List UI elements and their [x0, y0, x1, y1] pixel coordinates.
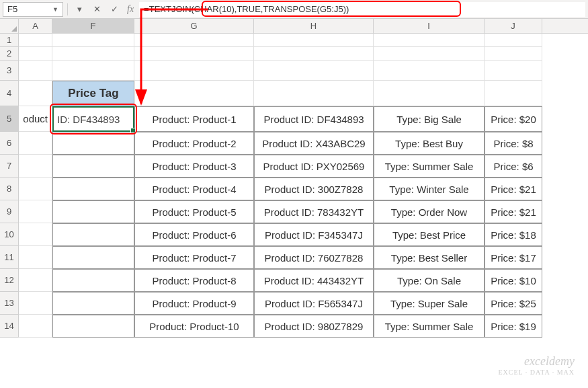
- fx-icon[interactable]: fx: [124, 4, 136, 15]
- col-header-f[interactable]: F: [52, 19, 134, 33]
- cell[interactable]: [485, 47, 542, 61]
- cell[interactable]: Product: Product-10: [134, 315, 254, 338]
- cell[interactable]: Price: $25: [485, 292, 542, 315]
- cell[interactable]: [485, 81, 542, 106]
- formula-input[interactable]: =TEXTJOIN(CHAR(10),TRUE,TRANSPOSE(G5:J5)…: [139, 2, 585, 17]
- row-header[interactable]: 2: [0, 47, 19, 61]
- cell[interactable]: Product ID: 443432YT: [254, 269, 374, 292]
- cell[interactable]: Type: Super Sale: [374, 292, 485, 315]
- row-header[interactable]: 4: [0, 81, 19, 106]
- cell[interactable]: [19, 178, 52, 200]
- cell[interactable]: [254, 34, 374, 47]
- cell[interactable]: Price: $17: [485, 246, 542, 269]
- cell[interactable]: [52, 269, 134, 292]
- cell[interactable]: [254, 61, 374, 81]
- cell[interactable]: [52, 34, 134, 47]
- col-header-h[interactable]: H: [254, 19, 374, 33]
- cell[interactable]: Price: $21: [485, 178, 542, 200]
- cell[interactable]: [134, 81, 254, 106]
- cell[interactable]: Product ID: X43ABC29: [254, 132, 374, 155]
- cell[interactable]: [19, 155, 52, 178]
- cell[interactable]: Product: Product-1: [134, 106, 254, 132]
- col-header-a[interactable]: A: [19, 19, 52, 33]
- cell[interactable]: Product: Product-8: [134, 269, 254, 292]
- row-header[interactable]: 14: [0, 315, 19, 338]
- chevron-down-icon[interactable]: ▼: [52, 6, 58, 13]
- cell[interactable]: [52, 315, 134, 338]
- col-header-g[interactable]: G: [134, 19, 254, 33]
- cell[interactable]: Type: Best Buy: [374, 132, 485, 155]
- cell[interactable]: Type: Summer Sale: [374, 155, 485, 178]
- cell[interactable]: Product ID: F345347J: [254, 223, 374, 246]
- cell[interactable]: [52, 155, 134, 178]
- cell[interactable]: Product ID: DF434893: [254, 106, 374, 132]
- cell[interactable]: Price: $19: [485, 315, 542, 338]
- cell[interactable]: [485, 34, 542, 47]
- cell[interactable]: Product: Product-4: [134, 178, 254, 200]
- select-all-corner[interactable]: [0, 19, 19, 33]
- cell[interactable]: [52, 178, 134, 200]
- cell-overflow[interactable]: oduct: [19, 106, 52, 132]
- cell[interactable]: [52, 223, 134, 246]
- cell[interactable]: Price: $18: [485, 223, 542, 246]
- row-header[interactable]: 3: [0, 61, 19, 81]
- down-icon[interactable]: ▾: [72, 2, 87, 17]
- cell[interactable]: [374, 47, 485, 61]
- header-price-tag[interactable]: Price Tag: [52, 81, 134, 106]
- cell[interactable]: [374, 34, 485, 47]
- enter-icon[interactable]: ✓: [107, 2, 122, 17]
- cell[interactable]: Type: Best Seller: [374, 246, 485, 269]
- cell[interactable]: Type: Big Sale: [374, 106, 485, 132]
- cell[interactable]: [19, 132, 52, 155]
- cell[interactable]: Product ID: F565347J: [254, 292, 374, 315]
- cell[interactable]: Price: $8: [485, 132, 542, 155]
- cell[interactable]: [19, 61, 52, 81]
- cell[interactable]: [254, 47, 374, 61]
- cell[interactable]: [52, 132, 134, 155]
- cell[interactable]: Product: Product-5: [134, 200, 254, 223]
- row-header[interactable]: 13: [0, 292, 19, 315]
- cancel-icon[interactable]: ✕: [89, 2, 104, 17]
- cell[interactable]: Price: $6: [485, 155, 542, 178]
- cell[interactable]: [134, 47, 254, 61]
- col-header-i[interactable]: I: [374, 19, 485, 33]
- row-header[interactable]: 12: [0, 269, 19, 292]
- row-header[interactable]: 5: [0, 106, 19, 132]
- row-header[interactable]: 10: [0, 223, 19, 246]
- cell[interactable]: [134, 34, 254, 47]
- cell[interactable]: [19, 81, 52, 106]
- cell[interactable]: Type: Winter Sale: [374, 178, 485, 200]
- cell[interactable]: [19, 269, 52, 292]
- row-header[interactable]: 8: [0, 178, 19, 200]
- cell[interactable]: Product: Product-6: [134, 223, 254, 246]
- cell[interactable]: [52, 200, 134, 223]
- cell[interactable]: [19, 47, 52, 61]
- cell[interactable]: Price: $21: [485, 200, 542, 223]
- row-header[interactable]: 6: [0, 132, 19, 155]
- cell[interactable]: Product: Product-9: [134, 292, 254, 315]
- cell[interactable]: [19, 292, 52, 315]
- cell[interactable]: [19, 34, 52, 47]
- row-header[interactable]: 11: [0, 246, 19, 269]
- cell[interactable]: [374, 81, 485, 106]
- cell[interactable]: Type: Order Now: [374, 200, 485, 223]
- row-header[interactable]: 7: [0, 155, 19, 178]
- cell[interactable]: [485, 61, 542, 81]
- col-header-j[interactable]: J: [485, 19, 542, 33]
- cell[interactable]: [52, 246, 134, 269]
- spreadsheet-grid[interactable]: 1 2 3 4 Price Tag 5 od: [0, 34, 588, 338]
- cell[interactable]: [52, 47, 134, 61]
- cell[interactable]: [254, 81, 374, 106]
- cell[interactable]: [134, 61, 254, 81]
- cell[interactable]: Price: $20: [485, 106, 542, 132]
- cell[interactable]: [19, 200, 52, 223]
- cell[interactable]: [19, 223, 52, 246]
- cell[interactable]: [19, 246, 52, 269]
- cell[interactable]: [19, 315, 52, 338]
- cell[interactable]: Price: $10: [485, 269, 542, 292]
- name-box[interactable]: F5 ▼: [3, 2, 63, 17]
- cell[interactable]: Product: Product-7: [134, 246, 254, 269]
- cell[interactable]: Product ID: 300Z7828: [254, 178, 374, 200]
- cell[interactable]: Product: Product-2: [134, 132, 254, 155]
- cell[interactable]: Product ID: 760Z7828: [254, 246, 374, 269]
